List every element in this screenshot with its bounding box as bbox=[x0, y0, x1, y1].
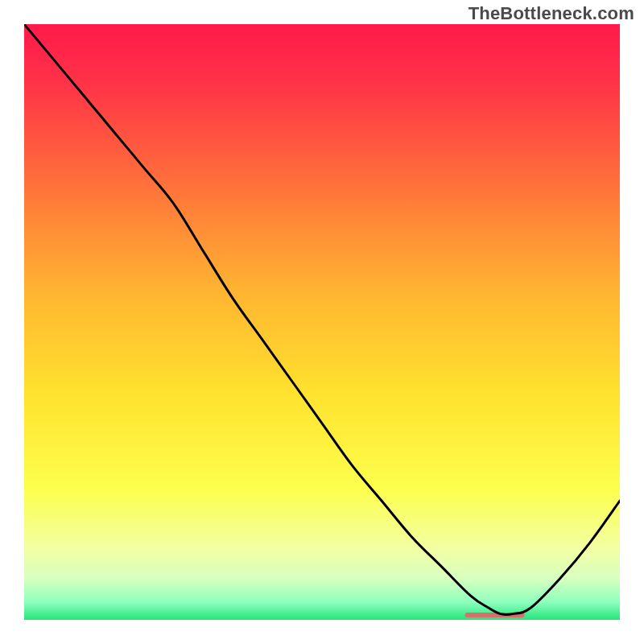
chart-stage: TheBottleneck.com bbox=[0, 0, 644, 644]
gradient-background bbox=[24, 24, 620, 620]
watermark-text: TheBottleneck.com bbox=[469, 3, 634, 24]
bottleneck-plot bbox=[24, 24, 620, 620]
plot-svg bbox=[24, 24, 620, 620]
